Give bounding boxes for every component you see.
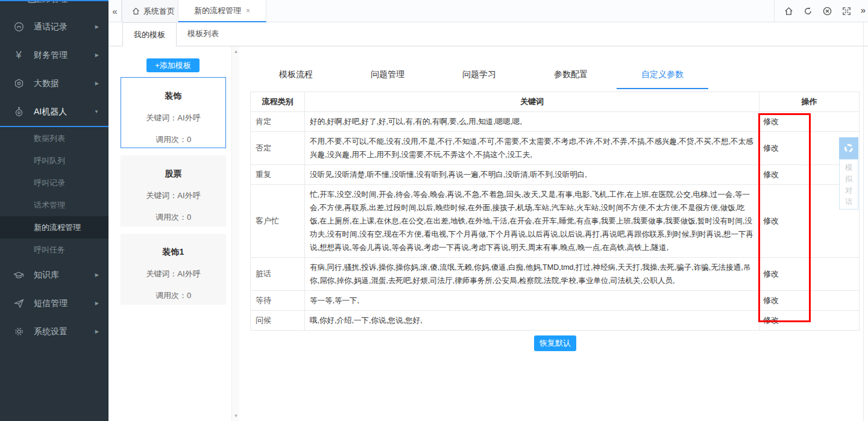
content-tab[interactable]: 自定义参数 xyxy=(617,60,708,89)
tab-system-home[interactable]: 系统首页 xyxy=(122,0,185,22)
template-card-title: 股票 xyxy=(121,169,226,179)
content-tab[interactable]: 参数配置 xyxy=(525,60,617,89)
row-keywords: 没听见,没听清楚,听不懂,没听懂,没有听到,再说一遍,不明白,没听清,听不到,没… xyxy=(305,165,760,185)
sidebar-item-call-records[interactable]: 通话记录 ▶ xyxy=(0,13,108,41)
sidebar-item-settings[interactable]: 系统设置 ▶ xyxy=(0,317,108,346)
column-header-category: 流程类别 xyxy=(251,92,305,112)
bigdata-hexagon-icon xyxy=(13,78,25,89)
template-card[interactable]: 装饰 关键词：AI外呼 调用次：0 xyxy=(121,77,226,148)
content-tab[interactable]: 模板流程 xyxy=(250,60,342,89)
row-category: 问候 xyxy=(251,311,305,331)
content-tabs: 模板流程 问题管理 问题学习 参数配置 自定义参数 xyxy=(250,60,708,89)
table-row: 脏话 有病,同行,骚扰,投诉,操你,操你妈,滚,傻,流氓,无赖,你妈,傻逼,白痴… xyxy=(251,258,860,291)
row-category: 重复 xyxy=(251,165,305,185)
simulate-dialog-text: 模拟对话 xyxy=(844,162,853,208)
robot-icon xyxy=(13,107,25,117)
simulate-dialog-button[interactable] xyxy=(839,137,858,159)
submenu-item-label: 话术管理 xyxy=(34,201,65,210)
content-tab-label: 参数配置 xyxy=(554,69,588,79)
keywords-table: 流程类别 关键词 操作 肯定 好的,好啊,好吧,好了,好,可以,有,有的,有啊,… xyxy=(250,92,860,331)
table-row: 肯定 好的,好啊,好吧,好了,好,可以,有,有的,有啊,要,么,用,知道,嗯嗯,… xyxy=(251,112,860,132)
row-category: 肯定 xyxy=(251,112,305,132)
sidebar-item-label: 坐席管理 xyxy=(34,1,68,5)
table-row: 否定 不用,不要,不可以,不能,没有,没用,不是,不行,不知道,不可,不需要,不… xyxy=(251,132,860,165)
close-circle-icon[interactable] xyxy=(823,7,832,16)
modify-link[interactable]: 修改 xyxy=(760,112,860,132)
row-keywords: 等一等,等一下, xyxy=(305,291,760,311)
template-card-calls: 调用次：0 xyxy=(121,212,226,223)
sidebar-submenu-item[interactable]: 呼叫记录 xyxy=(0,172,108,194)
row-keywords: 哦,你好,介绍,一下,你说,您说,您好, xyxy=(305,311,760,331)
content-tab-label: 自定义参数 xyxy=(641,69,684,79)
row-category: 等待 xyxy=(251,291,305,311)
sidebar-submenu-item[interactable]: 新的流程管理 xyxy=(0,216,108,239)
row-category: 客户忙 xyxy=(251,185,305,258)
sidebar-submenu-item[interactable]: 话术管理 xyxy=(0,194,108,216)
submenu-item-label: 呼叫队列 xyxy=(34,156,65,165)
modify-link[interactable]: 修改 xyxy=(760,258,860,291)
submenu-item-label: 呼叫任务 xyxy=(34,245,65,254)
panel-scrollbar[interactable]: ▲ ▼ xyxy=(231,46,239,421)
tab-close-icon[interactable]: × xyxy=(246,7,250,15)
template-card-keyword: 关键词：AI外呼 xyxy=(121,190,226,201)
template-card-title: 装饰1 xyxy=(121,247,226,258)
chevron-down-icon: ▼ xyxy=(94,109,99,114)
sidebar-item-knowledge[interactable]: 知识库 ▶ xyxy=(0,261,108,289)
chevron-right-icon: ▶ xyxy=(95,81,99,86)
sidebar-item-sms[interactable]: 短信管理 ▶ xyxy=(0,289,108,317)
row-category: 否定 xyxy=(251,132,305,165)
table-row: 客户忙 忙,开车,没空,没时间,开会,待会,等会,晚会,再说,不急,不着急,回头… xyxy=(251,185,860,258)
template-panel: +添加模板 装饰 关键词：AI外呼 调用次：0 股票 关键词：AI外呼 调用次：… xyxy=(108,46,231,421)
restore-default-button[interactable]: 恢复默认 xyxy=(534,335,576,351)
sidebar: 坐席管理 通话记录 ▶ ¥ 财务管理 ▶ 大数据 ▶ xyxy=(0,0,108,421)
template-card[interactable]: 装饰1 关键词：AI外呼 调用次：0 xyxy=(121,234,226,305)
sidebar-item-label: 系统设置 xyxy=(34,326,68,337)
template-card-keyword: 关键词：AI外呼 xyxy=(121,113,225,123)
sidebar-item-label: 大数据 xyxy=(34,78,59,89)
tab-my-templates[interactable]: 我的模板 xyxy=(122,22,177,46)
tab-template-list[interactable]: 模板列表 xyxy=(177,22,230,46)
gear-icon xyxy=(13,326,25,337)
content-right-border xyxy=(863,22,864,421)
yen-icon: ¥ xyxy=(13,49,25,61)
column-header-actions: 操作 xyxy=(760,92,860,112)
paper-plane-icon xyxy=(13,298,25,308)
sidebar-item-finance[interactable]: ¥ 财务管理 ▶ xyxy=(0,41,108,69)
sidebar-item-label: 短信管理 xyxy=(34,298,68,309)
chevron-right-icon: ▶ xyxy=(95,52,99,58)
sidebar-submenu-item[interactable]: 数据列表 xyxy=(0,127,108,149)
table-row: 问候 哦,你好,介绍,一下,你说,您说,您好, 修改 xyxy=(251,311,860,331)
submenu-item-label: 新的流程管理 xyxy=(34,223,81,232)
sidebar-submenu-item[interactable]: 呼叫队列 xyxy=(0,149,108,172)
home-icon[interactable] xyxy=(784,7,793,16)
sidebar-collapse-button[interactable]: « xyxy=(108,0,122,22)
refresh-icon[interactable] xyxy=(804,7,813,16)
template-card[interactable]: 股票 关键词：AI外呼 调用次：0 xyxy=(121,155,226,226)
tab-label: 系统首页 xyxy=(143,6,175,17)
submenu-item-label: 呼叫记录 xyxy=(34,178,65,187)
content-tab[interactable]: 问题管理 xyxy=(342,60,433,89)
app-window: 坐席管理 通话记录 ▶ ¥ 财务管理 ▶ 大数据 ▶ xyxy=(0,0,868,421)
tab-new-process-management[interactable]: 新的流程管理 × xyxy=(178,0,266,22)
scroll-down-icon[interactable]: ▼ xyxy=(232,413,240,419)
fullscreen-icon[interactable] xyxy=(842,7,851,16)
table-row: 重复 没听见,没听清楚,听不懂,没听懂,没有听到,再说一遍,不明白,没听清,听不… xyxy=(251,165,860,185)
modify-link[interactable]: 修改 xyxy=(760,311,860,331)
scroll-up-icon[interactable]: ▲ xyxy=(232,49,240,54)
sidebar-menu: 通话记录 ▶ ¥ 财务管理 ▶ 大数据 ▶ AI机器人 ▼ xyxy=(0,6,108,126)
sidebar-submenu-item[interactable]: 呼叫任务 xyxy=(0,239,108,261)
simulate-dialog-label[interactable]: 模拟对话 xyxy=(839,159,858,210)
phone-icon xyxy=(13,22,25,32)
add-template-button[interactable]: +添加模板 xyxy=(146,58,200,72)
tab-label: 新的流程管理 xyxy=(194,5,241,16)
modify-link[interactable]: 修改 xyxy=(760,291,860,311)
content-tab[interactable]: 问题学习 xyxy=(433,60,525,89)
dialog-circle-icon xyxy=(843,143,854,154)
row-category: 脏话 xyxy=(251,258,305,291)
sidebar-item-label: 知识库 xyxy=(34,270,59,281)
topbar-expand-button[interactable]: » xyxy=(861,5,866,15)
sidebar-item-bigdata[interactable]: 大数据 ▶ xyxy=(0,69,108,98)
sidebar-item-ai-robot[interactable]: AI机器人 ▼ xyxy=(0,98,108,126)
template-card-calls: 调用次：0 xyxy=(121,290,226,301)
sidebar-item-clipped[interactable]: 坐席管理 xyxy=(0,1,108,6)
